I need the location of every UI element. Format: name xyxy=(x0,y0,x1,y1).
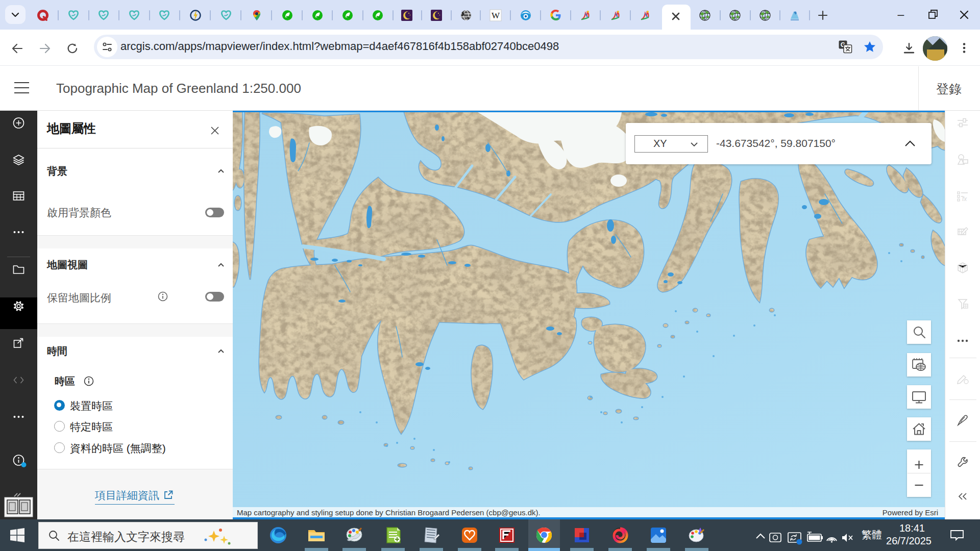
svg-text:fx: fx xyxy=(962,195,967,203)
svg-text:W: W xyxy=(492,11,500,20)
